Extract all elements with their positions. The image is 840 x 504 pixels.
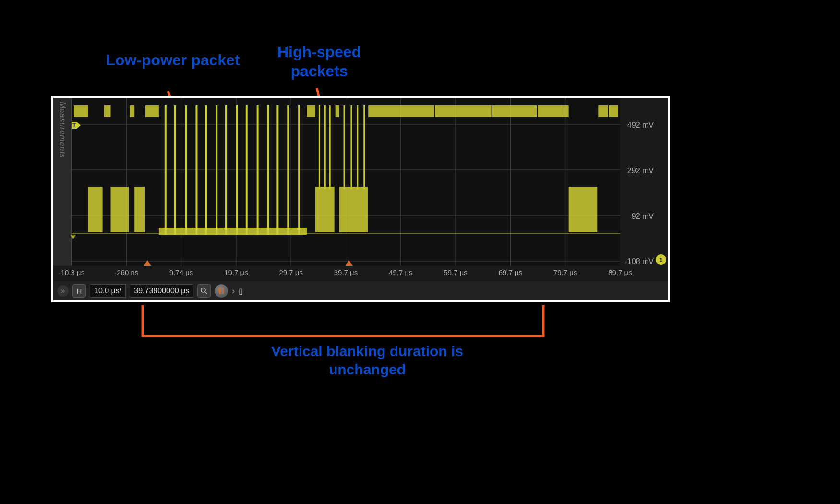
svg-rect-37 [307,105,315,117]
svg-rect-52 [564,105,569,117]
svg-rect-20 [134,187,145,232]
measurements-label: Measurements [58,102,67,158]
svg-rect-26 [195,105,197,235]
x-axis: -10.3 µs -260 ns 9.74 µs 19.7 µs 29.7 µs… [72,266,620,279]
svg-rect-50 [492,105,492,117]
more-chevron-icon[interactable]: › [232,286,235,296]
pause-icon [219,288,224,294]
svg-rect-38 [315,187,335,232]
svg-rect-32 [257,105,259,235]
svg-rect-23 [165,105,167,235]
svg-rect-51 [537,105,538,117]
svg-rect-55 [609,105,618,117]
x-tick: 69.7 µs [499,268,523,276]
svg-rect-54 [598,105,608,117]
x-tick: -260 ns [114,268,138,276]
svg-rect-34 [276,105,278,235]
svg-point-57 [201,288,205,292]
svg-rect-41 [319,105,320,189]
svg-rect-45 [350,105,352,189]
annotation-high-speed: High-speed packets [259,42,379,81]
zoom-icon [200,287,208,295]
svg-rect-53 [569,187,598,232]
svg-rect-15 [74,105,88,117]
svg-line-58 [205,292,207,294]
run-stop-button[interactable] [215,284,228,298]
svg-rect-43 [329,105,331,189]
horizontal-mode-button[interactable]: H [72,284,86,298]
svg-rect-49 [434,105,435,117]
measurements-panel[interactable]: Measurements [53,98,72,266]
oscilloscope-screenshot: Measurements [51,96,670,302]
svg-rect-29 [225,105,227,235]
x-tick: 59.7 µs [444,268,468,276]
time-cursor-b[interactable] [345,260,353,266]
annotation-vblank: Vertical blanking duration is unchanged [264,342,470,378]
y-axis-labels: 492 mV 292 mV 92 mV -108 mV 1 [621,98,668,266]
channel-badge[interactable]: 1 [656,254,666,265]
time-per-div-field[interactable]: 10.0 µs/ [90,284,126,298]
x-tick: -10.3 µs [59,268,85,276]
svg-rect-24 [174,105,176,235]
timebase-toolbar: » H 10.0 µs/ 39.73800000 µs › ▯ [53,281,668,300]
y-tick: 292 mV [627,167,654,175]
x-tick: 19.7 µs [224,268,248,276]
svg-rect-42 [324,105,326,189]
svg-rect-36 [298,105,300,235]
x-tick: 39.7 µs [334,268,358,276]
svg-rect-19 [130,105,134,117]
svg-rect-40 [339,187,368,232]
svg-rect-30 [236,105,238,235]
y-tick: 492 mV [627,121,654,130]
svg-rect-31 [246,105,248,235]
x-tick: 79.7 µs [553,268,577,276]
svg-rect-25 [185,105,187,235]
svg-rect-44 [344,105,345,189]
svg-rect-48 [368,105,564,117]
svg-rect-21 [145,105,159,117]
y-tick: -108 mV [625,257,654,266]
time-cursor-a[interactable] [144,260,151,266]
y-tick: 92 mV [632,212,654,221]
waveform-plot[interactable]: T ⏚ [72,98,620,266]
annotation-low-power: Low-power packet [106,50,240,70]
svg-rect-35 [287,105,289,235]
x-tick: 89.7 µs [608,268,632,276]
svg-rect-47 [363,105,365,189]
zoom-button[interactable] [197,284,211,298]
x-tick: 9.74 µs [169,268,193,276]
svg-rect-18 [111,187,129,232]
svg-rect-39 [336,105,339,117]
svg-rect-17 [104,105,111,117]
x-tick: 29.7 µs [279,268,303,276]
svg-rect-46 [357,105,358,189]
x-tick: 49.7 µs [389,268,413,276]
svg-rect-33 [267,105,269,235]
trigger-level-marker[interactable]: T [72,122,77,129]
svg-rect-28 [216,105,217,235]
marker-icon[interactable]: ▯ [239,287,243,296]
horizontal-delay-field[interactable]: 39.73800000 µs [130,284,193,298]
svg-rect-27 [205,105,207,235]
ground-marker-icon: ⏚ [71,230,76,240]
expand-toolbar-button[interactable]: » [57,285,69,297]
svg-rect-16 [88,187,103,232]
